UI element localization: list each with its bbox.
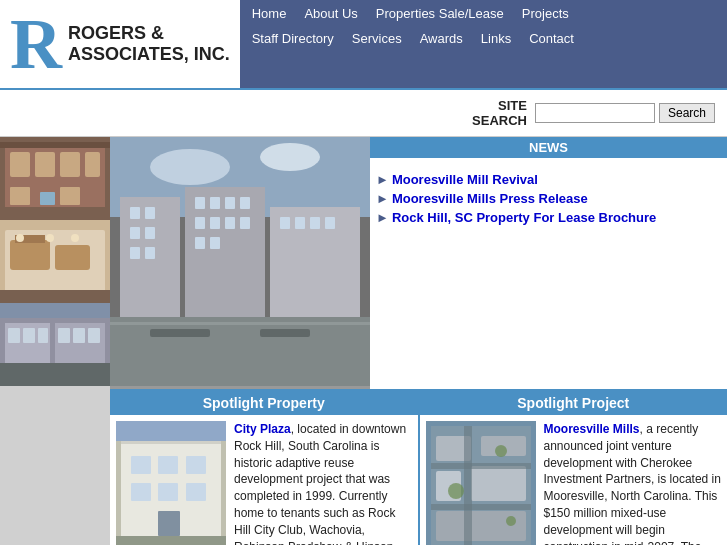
news-link-1[interactable]: Mooresville Mills Press Release — [392, 191, 588, 206]
search-label: SITESEARCH — [472, 98, 527, 128]
news-item-1: ►Mooresville Mills Press Release — [376, 191, 721, 206]
svg-rect-25 — [8, 328, 20, 343]
spotlight-project-desc: , a recently announced joint venture dev… — [544, 422, 721, 545]
logo-line2: ASSOCIATES, INC. — [68, 44, 230, 65]
svg-point-18 — [71, 234, 79, 242]
search-input[interactable] — [535, 103, 655, 123]
svg-rect-5 — [85, 152, 100, 177]
svg-rect-82 — [471, 466, 526, 501]
svg-rect-49 — [225, 197, 235, 209]
news-header: NEWS — [370, 137, 727, 158]
top-row: NEWS ►Mooresville Mill Revival►Mooresvil… — [110, 137, 727, 389]
svg-rect-60 — [325, 217, 335, 229]
thumb-1 — [0, 137, 110, 220]
nav-item-links[interactable]: Links — [481, 31, 511, 46]
svg-rect-46 — [145, 247, 155, 259]
svg-rect-51 — [195, 217, 205, 229]
news-arrow-icon: ► — [376, 172, 389, 187]
center-image — [110, 137, 370, 389]
svg-rect-41 — [130, 207, 140, 219]
mooresville-mills-link[interactable]: Mooresville Mills — [544, 422, 640, 436]
spotlight-property-desc: , located in downtown Rock Hill, South C… — [234, 422, 407, 545]
news-column: NEWS ►Mooresville Mill Revival►Mooresvil… — [370, 137, 727, 389]
svg-rect-75 — [116, 421, 226, 441]
svg-rect-73 — [186, 483, 206, 501]
svg-rect-74 — [158, 511, 180, 536]
spotlight-property-col: Spotlight Property — [110, 391, 420, 545]
nav-item-contact[interactable]: Contact — [529, 31, 574, 46]
svg-rect-44 — [145, 227, 155, 239]
svg-rect-71 — [131, 483, 151, 501]
svg-rect-30 — [88, 328, 100, 343]
svg-rect-54 — [240, 217, 250, 229]
svg-rect-2 — [10, 152, 30, 177]
spotlight-project-body: Mooresville Mills, a recently announced … — [420, 415, 728, 545]
svg-rect-42 — [145, 207, 155, 219]
header: R ROGERS & ASSOCIATES, INC. HomeAbout Us… — [0, 0, 727, 90]
svg-rect-59 — [310, 217, 320, 229]
svg-point-88 — [495, 445, 507, 457]
news-arrow-icon: ► — [376, 191, 389, 206]
search-section: SITESEARCH Search — [0, 90, 727, 137]
svg-rect-43 — [130, 227, 140, 239]
svg-point-36 — [150, 149, 230, 185]
news-item-2: ►Rock Hill, SC Property For Lease Brochu… — [376, 210, 721, 225]
svg-rect-19 — [0, 290, 110, 303]
nav-item-services[interactable]: Services — [352, 31, 402, 46]
svg-rect-58 — [295, 217, 305, 229]
logo-line1: ROGERS & — [68, 23, 230, 44]
svg-rect-63 — [150, 329, 210, 337]
svg-rect-68 — [131, 456, 151, 474]
svg-rect-64 — [260, 329, 310, 337]
svg-rect-84 — [464, 426, 472, 545]
spotlight-property-body: City Plaza, located in downtown Rock Hil… — [110, 415, 418, 545]
svg-rect-15 — [55, 245, 90, 270]
news-link-0[interactable]: Mooresville Mill Revival — [392, 172, 538, 187]
spotlight-section: Spotlight Property — [110, 389, 727, 545]
svg-rect-13 — [10, 240, 50, 270]
svg-rect-4 — [60, 152, 80, 177]
svg-rect-52 — [210, 217, 220, 229]
spotlight-property-text: City Plaza, located in downtown Rock Hil… — [234, 421, 412, 545]
spotlight-project-col: Spotlight Project — [420, 391, 728, 545]
svg-rect-28 — [58, 328, 70, 343]
spotlight-project-text: Mooresville Mills, a recently announced … — [544, 421, 722, 545]
nav-item-home[interactable]: Home — [252, 6, 287, 21]
svg-rect-48 — [210, 197, 220, 209]
svg-point-87 — [448, 483, 464, 499]
news-link-2[interactable]: Rock Hill, SC Property For Lease Brochur… — [392, 210, 656, 225]
svg-rect-76 — [116, 536, 226, 545]
nav-item-properties-sale/lease[interactable]: Properties Sale/Lease — [376, 6, 504, 21]
news-items: ►Mooresville Mill Revival►Mooresville Mi… — [370, 164, 727, 237]
logo-area: R ROGERS & ASSOCIATES, INC. — [0, 0, 240, 88]
logo-text: ROGERS & ASSOCIATES, INC. — [68, 23, 230, 65]
news-item-0: ►Mooresville Mill Revival — [376, 172, 721, 187]
svg-rect-29 — [73, 328, 85, 343]
thumbnail-stack — [0, 137, 110, 545]
svg-rect-57 — [280, 217, 290, 229]
svg-rect-85 — [431, 463, 531, 469]
spotlight-project-header: Spotlight Project — [420, 391, 728, 415]
svg-rect-55 — [195, 237, 205, 249]
svg-rect-8 — [60, 187, 80, 205]
nav-item-projects[interactable]: Projects — [522, 6, 569, 21]
nav-item-awards[interactable]: Awards — [420, 31, 463, 46]
thumb-2 — [0, 220, 110, 303]
svg-rect-86 — [431, 504, 531, 510]
svg-rect-61 — [110, 317, 370, 386]
svg-rect-50 — [240, 197, 250, 209]
svg-rect-45 — [130, 247, 140, 259]
nav-bottom: Staff DirectoryServicesAwardsLinksContac… — [240, 27, 727, 50]
svg-rect-31 — [0, 363, 110, 386]
nav-item-staff-directory[interactable]: Staff Directory — [252, 31, 334, 46]
svg-rect-27 — [38, 328, 48, 343]
svg-rect-56 — [210, 237, 220, 249]
main-content: NEWS ►Mooresville Mill Revival►Mooresvil… — [0, 137, 727, 545]
nav-top: HomeAbout UsProperties Sale/LeaseProject… — [240, 0, 727, 27]
city-plaza-link[interactable]: City Plaza — [234, 422, 291, 436]
svg-rect-26 — [23, 328, 35, 343]
svg-rect-6 — [10, 187, 30, 205]
nav-item-about-us[interactable]: About Us — [304, 6, 357, 21]
search-button[interactable]: Search — [659, 103, 715, 123]
svg-rect-47 — [195, 197, 205, 209]
